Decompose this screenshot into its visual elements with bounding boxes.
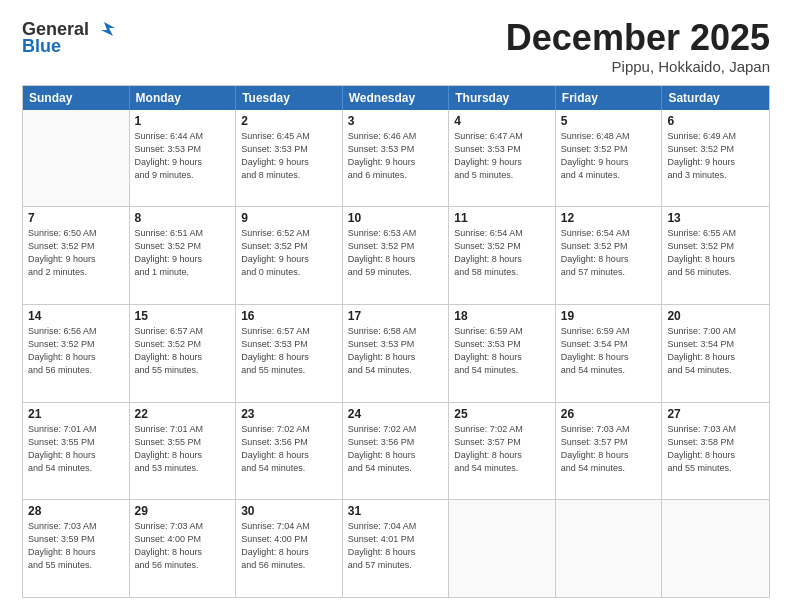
cell-sun-info: Sunrise: 6:53 AM Sunset: 3:52 PM Dayligh…	[348, 227, 444, 279]
day-number: 29	[135, 504, 231, 518]
cell-sun-info: Sunrise: 7:02 AM Sunset: 3:56 PM Dayligh…	[241, 423, 337, 475]
day-number: 6	[667, 114, 764, 128]
calendar-cell: 23Sunrise: 7:02 AM Sunset: 3:56 PM Dayli…	[236, 403, 343, 500]
calendar-cell	[556, 500, 663, 597]
calendar-cell: 11Sunrise: 6:54 AM Sunset: 3:52 PM Dayli…	[449, 207, 556, 304]
calendar-cell: 19Sunrise: 6:59 AM Sunset: 3:54 PM Dayli…	[556, 305, 663, 402]
logo: General Blue	[22, 18, 115, 57]
calendar-cell: 3Sunrise: 6:46 AM Sunset: 3:53 PM Daylig…	[343, 110, 450, 207]
day-number: 22	[135, 407, 231, 421]
calendar-cell: 12Sunrise: 6:54 AM Sunset: 3:52 PM Dayli…	[556, 207, 663, 304]
cell-sun-info: Sunrise: 6:58 AM Sunset: 3:53 PM Dayligh…	[348, 325, 444, 377]
calendar-cell: 6Sunrise: 6:49 AM Sunset: 3:52 PM Daylig…	[662, 110, 769, 207]
calendar-cell	[449, 500, 556, 597]
calendar-day-header: Tuesday	[236, 86, 343, 110]
cell-sun-info: Sunrise: 6:46 AM Sunset: 3:53 PM Dayligh…	[348, 130, 444, 182]
cell-sun-info: Sunrise: 6:56 AM Sunset: 3:52 PM Dayligh…	[28, 325, 124, 377]
cell-sun-info: Sunrise: 7:04 AM Sunset: 4:01 PM Dayligh…	[348, 520, 444, 572]
calendar-cell: 4Sunrise: 6:47 AM Sunset: 3:53 PM Daylig…	[449, 110, 556, 207]
title-block: December 2025 Pippu, Hokkaido, Japan	[506, 18, 770, 75]
day-number: 4	[454, 114, 550, 128]
day-number: 24	[348, 407, 444, 421]
day-number: 12	[561, 211, 657, 225]
calendar-cell: 8Sunrise: 6:51 AM Sunset: 3:52 PM Daylig…	[130, 207, 237, 304]
logo-bird-icon	[93, 18, 115, 40]
day-number: 5	[561, 114, 657, 128]
day-number: 28	[28, 504, 124, 518]
svg-marker-0	[101, 22, 115, 36]
calendar-week: 21Sunrise: 7:01 AM Sunset: 3:55 PM Dayli…	[23, 403, 769, 501]
cell-sun-info: Sunrise: 7:01 AM Sunset: 3:55 PM Dayligh…	[28, 423, 124, 475]
cell-sun-info: Sunrise: 6:45 AM Sunset: 3:53 PM Dayligh…	[241, 130, 337, 182]
calendar-day-header: Monday	[130, 86, 237, 110]
calendar-cell: 31Sunrise: 7:04 AM Sunset: 4:01 PM Dayli…	[343, 500, 450, 597]
cell-sun-info: Sunrise: 7:02 AM Sunset: 3:57 PM Dayligh…	[454, 423, 550, 475]
calendar-header: SundayMondayTuesdayWednesdayThursdayFrid…	[23, 86, 769, 110]
calendar-cell: 16Sunrise: 6:57 AM Sunset: 3:53 PM Dayli…	[236, 305, 343, 402]
cell-sun-info: Sunrise: 7:03 AM Sunset: 3:59 PM Dayligh…	[28, 520, 124, 572]
calendar-cell	[23, 110, 130, 207]
calendar-body: 1Sunrise: 6:44 AM Sunset: 3:53 PM Daylig…	[23, 110, 769, 597]
calendar-cell: 15Sunrise: 6:57 AM Sunset: 3:52 PM Dayli…	[130, 305, 237, 402]
day-number: 13	[667, 211, 764, 225]
day-number: 10	[348, 211, 444, 225]
logo-blue-text: Blue	[22, 36, 61, 57]
cell-sun-info: Sunrise: 6:44 AM Sunset: 3:53 PM Dayligh…	[135, 130, 231, 182]
day-number: 27	[667, 407, 764, 421]
location-subtitle: Pippu, Hokkaido, Japan	[506, 58, 770, 75]
cell-sun-info: Sunrise: 6:51 AM Sunset: 3:52 PM Dayligh…	[135, 227, 231, 279]
cell-sun-info: Sunrise: 7:03 AM Sunset: 3:57 PM Dayligh…	[561, 423, 657, 475]
cell-sun-info: Sunrise: 7:04 AM Sunset: 4:00 PM Dayligh…	[241, 520, 337, 572]
cell-sun-info: Sunrise: 7:03 AM Sunset: 4:00 PM Dayligh…	[135, 520, 231, 572]
day-number: 15	[135, 309, 231, 323]
cell-sun-info: Sunrise: 6:55 AM Sunset: 3:52 PM Dayligh…	[667, 227, 764, 279]
calendar-week: 1Sunrise: 6:44 AM Sunset: 3:53 PM Daylig…	[23, 110, 769, 208]
day-number: 17	[348, 309, 444, 323]
calendar-cell: 26Sunrise: 7:03 AM Sunset: 3:57 PM Dayli…	[556, 403, 663, 500]
calendar-cell	[662, 500, 769, 597]
cell-sun-info: Sunrise: 6:49 AM Sunset: 3:52 PM Dayligh…	[667, 130, 764, 182]
day-number: 9	[241, 211, 337, 225]
cell-sun-info: Sunrise: 7:01 AM Sunset: 3:55 PM Dayligh…	[135, 423, 231, 475]
calendar-cell: 5Sunrise: 6:48 AM Sunset: 3:52 PM Daylig…	[556, 110, 663, 207]
cell-sun-info: Sunrise: 6:54 AM Sunset: 3:52 PM Dayligh…	[454, 227, 550, 279]
page: General Blue December 2025 Pippu, Hokkai…	[0, 0, 792, 612]
day-number: 25	[454, 407, 550, 421]
calendar-cell: 22Sunrise: 7:01 AM Sunset: 3:55 PM Dayli…	[130, 403, 237, 500]
day-number: 20	[667, 309, 764, 323]
cell-sun-info: Sunrise: 6:57 AM Sunset: 3:53 PM Dayligh…	[241, 325, 337, 377]
day-number: 19	[561, 309, 657, 323]
calendar-cell: 9Sunrise: 6:52 AM Sunset: 3:52 PM Daylig…	[236, 207, 343, 304]
day-number: 8	[135, 211, 231, 225]
day-number: 21	[28, 407, 124, 421]
cell-sun-info: Sunrise: 7:00 AM Sunset: 3:54 PM Dayligh…	[667, 325, 764, 377]
calendar-cell: 13Sunrise: 6:55 AM Sunset: 3:52 PM Dayli…	[662, 207, 769, 304]
calendar-cell: 24Sunrise: 7:02 AM Sunset: 3:56 PM Dayli…	[343, 403, 450, 500]
cell-sun-info: Sunrise: 7:02 AM Sunset: 3:56 PM Dayligh…	[348, 423, 444, 475]
calendar-cell: 27Sunrise: 7:03 AM Sunset: 3:58 PM Dayli…	[662, 403, 769, 500]
day-number: 31	[348, 504, 444, 518]
cell-sun-info: Sunrise: 6:47 AM Sunset: 3:53 PM Dayligh…	[454, 130, 550, 182]
month-title: December 2025	[506, 18, 770, 58]
calendar-cell: 20Sunrise: 7:00 AM Sunset: 3:54 PM Dayli…	[662, 305, 769, 402]
calendar-day-header: Saturday	[662, 86, 769, 110]
cell-sun-info: Sunrise: 6:52 AM Sunset: 3:52 PM Dayligh…	[241, 227, 337, 279]
day-number: 26	[561, 407, 657, 421]
day-number: 16	[241, 309, 337, 323]
calendar-week: 14Sunrise: 6:56 AM Sunset: 3:52 PM Dayli…	[23, 305, 769, 403]
day-number: 1	[135, 114, 231, 128]
cell-sun-info: Sunrise: 6:48 AM Sunset: 3:52 PM Dayligh…	[561, 130, 657, 182]
day-number: 7	[28, 211, 124, 225]
calendar: SundayMondayTuesdayWednesdayThursdayFrid…	[22, 85, 770, 598]
calendar-cell: 28Sunrise: 7:03 AM Sunset: 3:59 PM Dayli…	[23, 500, 130, 597]
cell-sun-info: Sunrise: 6:57 AM Sunset: 3:52 PM Dayligh…	[135, 325, 231, 377]
calendar-cell: 1Sunrise: 6:44 AM Sunset: 3:53 PM Daylig…	[130, 110, 237, 207]
header: General Blue December 2025 Pippu, Hokkai…	[22, 18, 770, 75]
day-number: 14	[28, 309, 124, 323]
calendar-cell: 21Sunrise: 7:01 AM Sunset: 3:55 PM Dayli…	[23, 403, 130, 500]
day-number: 23	[241, 407, 337, 421]
calendar-cell: 25Sunrise: 7:02 AM Sunset: 3:57 PM Dayli…	[449, 403, 556, 500]
day-number: 11	[454, 211, 550, 225]
calendar-cell: 10Sunrise: 6:53 AM Sunset: 3:52 PM Dayli…	[343, 207, 450, 304]
calendar-cell: 29Sunrise: 7:03 AM Sunset: 4:00 PM Dayli…	[130, 500, 237, 597]
